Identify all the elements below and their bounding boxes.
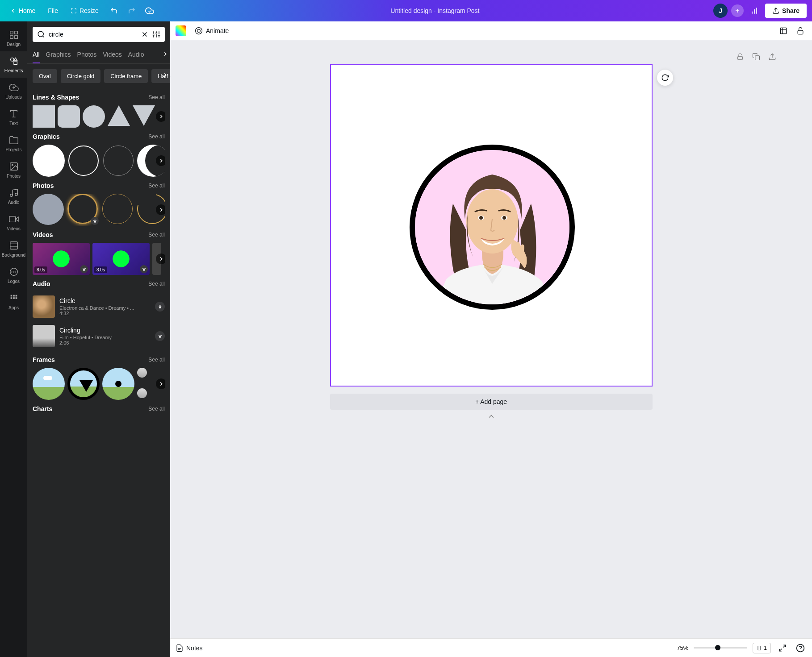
rail-elements[interactable]: Elements [0, 51, 27, 78]
undo-button[interactable] [107, 4, 121, 18]
search-input[interactable] [49, 31, 137, 38]
video-thumbnail[interactable]: 8.0s ♛ [92, 243, 150, 275]
fullscreen-button[interactable] [776, 642, 789, 654]
video-thumbnail[interactable]: 8.0s ♛ [33, 243, 90, 275]
lock-button[interactable] [794, 25, 807, 37]
premium-badge: ♛ [91, 217, 99, 225]
photo-paint-circle[interactable] [33, 194, 65, 226]
see-all-button[interactable]: See all [148, 232, 165, 238]
tabs-scroll-right[interactable] [162, 51, 168, 57]
help-button[interactable] [794, 642, 807, 654]
see-all-button[interactable]: See all [148, 281, 165, 287]
home-button[interactable]: Home [5, 4, 40, 17]
notes-button[interactable]: Notes [176, 644, 203, 652]
frame-circle-dot[interactable] [102, 368, 134, 400]
graphic-circle-thin[interactable] [102, 145, 134, 177]
add-page-button[interactable]: + Add page [330, 394, 653, 410]
user-avatar[interactable]: J [713, 4, 728, 18]
premium-badge: ♛ [155, 331, 165, 341]
audio-track[interactable]: Circling Film • Hopeful • Dreamy 2:06 ♛ [33, 321, 165, 351]
rail-background[interactable]: Background [0, 236, 27, 262]
rail-photos[interactable]: Photos [0, 157, 27, 183]
graphic-circle-filled[interactable] [33, 145, 65, 177]
tab-graphics[interactable]: Graphics [46, 47, 71, 63]
rail-text[interactable]: Text [0, 104, 27, 130]
canvas-viewport[interactable]: + Add page [170, 40, 812, 638]
row-scroll-right[interactable] [156, 378, 165, 389]
tab-all[interactable]: All [33, 47, 40, 64]
chip-circle-gold[interactable]: Circle gold [61, 69, 100, 83]
background-color-button[interactable] [176, 25, 186, 36]
audio-track[interactable]: Circle Electronica & Dance • Dreamy • ..… [33, 292, 165, 321]
rail-apps[interactable]: Apps [0, 288, 27, 315]
analytics-button[interactable] [747, 4, 762, 18]
rail-videos[interactable]: Videos [0, 209, 27, 236]
chip-circle-frame[interactable]: Circle frame [104, 69, 148, 83]
canvas-page[interactable] [330, 64, 653, 387]
see-all-button[interactable]: See all [148, 133, 165, 140]
page-duplicate-button[interactable] [750, 51, 762, 62]
svg-point-18 [15, 193, 17, 196]
rail-audio[interactable]: Audio [0, 183, 27, 209]
zoom-thumb[interactable] [715, 645, 720, 650]
file-menu[interactable]: File [43, 4, 63, 17]
premium-badge: ♛ [140, 265, 148, 273]
position-button[interactable] [777, 25, 790, 37]
rail-label: Videos [7, 226, 20, 231]
refresh-button[interactable] [657, 70, 673, 86]
page-drawer-handle[interactable] [482, 414, 500, 418]
canvas-circle-image[interactable] [410, 145, 575, 310]
design-icon [9, 30, 19, 40]
rail-logos[interactable]: CO. Logos [0, 262, 27, 288]
add-collaborator-button[interactable] [731, 4, 744, 17]
see-all-button[interactable]: See all [148, 406, 165, 412]
section-lines-shapes: Lines & Shapes See all [33, 94, 165, 128]
row-scroll-right[interactable] [156, 111, 165, 122]
photo-sparkle-circle[interactable]: ♛ [67, 194, 100, 226]
frame-ring[interactable] [67, 368, 100, 400]
search-filter-button[interactable] [152, 30, 160, 38]
graphic-circle-outline[interactable] [67, 145, 100, 177]
zoom-level[interactable]: 75% [677, 645, 688, 651]
filter-tabs: All Graphics Photos Videos Audio [27, 47, 170, 64]
page-counter[interactable]: 1 [753, 643, 771, 653]
svg-marker-19 [15, 217, 18, 221]
see-all-button[interactable]: See all [148, 357, 165, 363]
row-scroll-right[interactable] [156, 204, 165, 215]
chips-scroll-right[interactable] [162, 72, 168, 78]
clear-search-button[interactable] [141, 30, 149, 38]
tab-audio[interactable]: Audio [128, 47, 144, 63]
tab-videos[interactable]: Videos [103, 47, 122, 63]
row-scroll-right[interactable] [156, 155, 165, 166]
tab-photos[interactable]: Photos [77, 47, 97, 63]
zoom-slider[interactable] [694, 647, 747, 649]
chip-oval[interactable]: Oval [33, 69, 57, 83]
photo-gold-ring[interactable] [102, 194, 134, 226]
see-all-button[interactable]: See all [148, 94, 165, 100]
rail-design[interactable]: Design [0, 25, 27, 51]
svg-rect-48 [755, 56, 760, 60]
shape-triangle-down[interactable] [133, 105, 155, 126]
redo-button[interactable] [125, 4, 139, 18]
animate-button[interactable]: Animate [191, 24, 232, 38]
rail-projects[interactable]: Projects [0, 130, 27, 157]
see-all-button[interactable]: See all [148, 183, 165, 189]
svg-rect-28 [13, 297, 15, 299]
rail-uploads[interactable]: Uploads [0, 78, 27, 104]
resize-button[interactable]: Resize [66, 4, 103, 17]
frame-circle-landscape[interactable] [33, 368, 65, 400]
shape-circle[interactable] [83, 105, 105, 128]
frame-bubbles[interactable] [137, 368, 149, 400]
shape-triangle[interactable] [108, 105, 130, 126]
animate-label: Animate [206, 27, 229, 34]
shape-rounded-square[interactable] [58, 105, 80, 128]
page-lock-button[interactable] [734, 51, 746, 62]
page-export-button[interactable] [766, 51, 778, 62]
row-scroll-right[interactable] [156, 254, 165, 264]
share-button[interactable]: Share [765, 4, 807, 18]
svg-rect-29 [15, 297, 17, 299]
bubble-icon [137, 368, 147, 378]
shape-square[interactable] [33, 105, 55, 128]
cloud-sync-button[interactable] [142, 4, 157, 18]
document-title[interactable]: Untitled design - Instagram Post [390, 7, 479, 14]
